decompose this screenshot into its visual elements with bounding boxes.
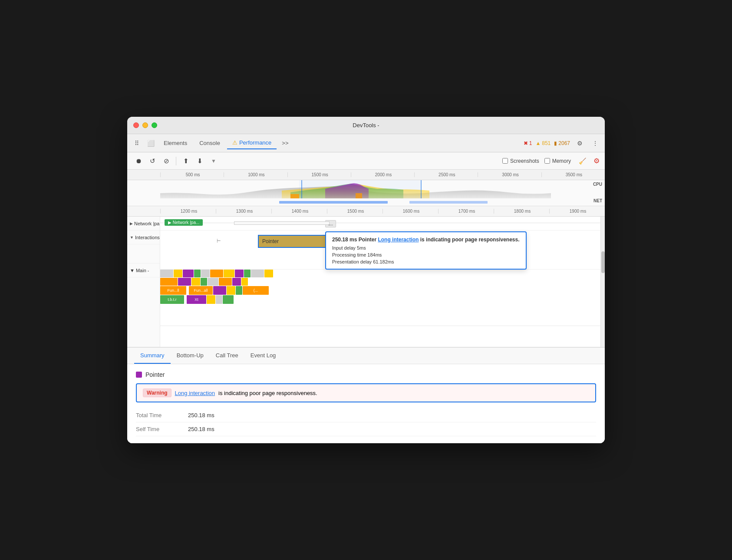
ruler-mark-1200: 1200 ms [160, 209, 216, 214]
flame-block-orange-2[interactable] [160, 278, 178, 286]
clean-button[interactable]: 🧹 [576, 155, 588, 167]
network-expand-icon[interactable]: ▶ [130, 221, 133, 226]
error-badge[interactable]: ✖ 1 [524, 140, 532, 146]
interactions-row: ⊢ Pointer 250.18 ms Pointer [160, 231, 605, 270]
ruler-mark-1300: 1300 ms [216, 209, 271, 214]
warning-message: is indicating poor page responsiveness. [218, 390, 317, 396]
close-button[interactable] [133, 122, 139, 128]
interactions-label-row: ▼ Interactions [127, 231, 160, 244]
screenshots-input[interactable] [502, 158, 508, 164]
tooltip-time: 250.18 ms [332, 237, 357, 243]
more-options-icon[interactable]: ⋮ [589, 137, 601, 149]
download-button[interactable]: ⬇ [194, 155, 206, 167]
svg-rect-2 [299, 180, 421, 198]
flame-block-tbtr[interactable]: t.b.t.r [160, 295, 184, 304]
cpu-net-area[interactable]: CPU NET [127, 180, 605, 206]
flame-block-dots[interactable]: (... [243, 286, 269, 295]
flame-block-green-2[interactable] [244, 270, 251, 277]
screenshots-checkbox[interactable]: Screenshots [502, 158, 539, 164]
flame-block-gray-2[interactable] [201, 270, 210, 277]
flame-gap [187, 286, 188, 295]
flame-block-yellow-5[interactable] [241, 278, 248, 286]
reload-button[interactable]: ↺ [146, 155, 158, 167]
main-label: ▼ Main - [130, 268, 149, 273]
flame-block-green-5[interactable] [223, 295, 234, 304]
flame-block-purple-2[interactable] [235, 270, 244, 277]
flame-block-gray-5[interactable] [216, 295, 222, 304]
clear-button[interactable]: ⊘ [160, 155, 172, 167]
upload-button[interactable]: ⬆ [180, 155, 192, 167]
flame-block-orange-1[interactable] [210, 270, 223, 277]
flame-block-yellow-2[interactable] [224, 270, 234, 277]
timeline-labels: ▶ Network |pa... ▼ Interactions ▼ Main - [127, 217, 160, 347]
cpu-chart [160, 180, 551, 198]
svg-rect-0 [290, 194, 299, 198]
warning-badge[interactable]: ▲ 851 [535, 140, 551, 146]
flame-block-yellow-1[interactable] [174, 270, 182, 277]
title-bar: DevTools - [127, 117, 605, 134]
warning-box: Warning Long interaction is indicating p… [136, 383, 596, 402]
summary-header: Pointer [136, 371, 596, 378]
tab-bar: ⠿ ⬜ Elements Console ⚠Performance >> ✖ 1… [127, 134, 605, 152]
flame-block-green-4[interactable] [236, 286, 242, 295]
device-icon[interactable]: ⬜ [145, 137, 157, 149]
flame-block-gray-4[interactable] [208, 278, 218, 286]
flame-block-purple-5[interactable] [213, 286, 226, 295]
main-flame-chart[interactable]: Fun...ll Fun...all (... t.b.t.r Xt [160, 270, 605, 326]
tab-console[interactable]: Console [194, 137, 225, 149]
memory-input[interactable] [544, 158, 550, 164]
flame-block-purple-4[interactable] [232, 278, 241, 286]
tooltip-link[interactable]: Long interaction [378, 237, 419, 243]
timeline-scrollbar[interactable] [600, 217, 605, 347]
tab-more[interactable]: >> [278, 138, 292, 148]
flame-block-yellow-3[interactable] [264, 270, 273, 277]
timeline-ruler-overview: 500 ms 1000 ms 1500 ms 2000 ms 2500 ms 3… [127, 170, 605, 180]
minimize-button[interactable] [142, 122, 148, 128]
interactions-expand-icon[interactable]: ▼ [130, 235, 134, 240]
tooltip-warning[interactable]: Long interaction [378, 237, 420, 243]
error-icon: ✖ [524, 140, 528, 146]
interaction-tooltip: 250.18 ms Pointer Long interaction is in… [325, 231, 527, 270]
maximize-button[interactable] [152, 122, 157, 128]
flame-block-gray-3[interactable] [251, 270, 264, 277]
flame-block-gray-1[interactable] [160, 270, 173, 277]
network-label-row: ▶ Network |pa... [127, 217, 160, 231]
network-chip[interactable]: ▶ Network |pa... [165, 219, 203, 226]
flame-block-yellow-6[interactable] [227, 286, 235, 295]
timeline-ruler-detail: 1200 ms 1300 ms 1400 ms 1500 ms 1600 ms … [127, 206, 605, 217]
flame-block-fun1[interactable]: Fun...ll [160, 286, 186, 295]
tab-event-log[interactable]: Event Log [244, 348, 282, 364]
flame-block-fun2[interactable]: Fun...all [189, 286, 213, 295]
flame-block-purple-3[interactable] [178, 278, 191, 286]
inspector-icon[interactable]: ⠿ [131, 137, 143, 149]
warning-link[interactable]: Long interaction [175, 390, 215, 396]
flame-block-orange-3[interactable] [219, 278, 232, 286]
flame-block-purple-1[interactable] [183, 270, 194, 277]
network-label: Network |pa... [134, 221, 160, 226]
scrollbar-thumb[interactable] [601, 251, 605, 273]
settings-icon[interactable]: ⚙ [574, 137, 586, 149]
tab-summary[interactable]: Summary [134, 348, 171, 364]
flame-block-green-3[interactable] [201, 278, 207, 286]
info-badge[interactable]: ▮ 2067 [554, 140, 570, 146]
timeline-content[interactable]: ▶ Network |pa... t... ⊢ Pointer 25 [160, 217, 605, 347]
flame-block-green-1[interactable] [194, 270, 201, 277]
memory-checkbox[interactable]: Memory [544, 158, 571, 164]
dropdown-button[interactable]: ▼ [208, 155, 220, 167]
input-delay-label: Input delay [332, 245, 356, 250]
performance-warning-icon: ⚠ [232, 139, 237, 146]
network-baseline [160, 223, 605, 223]
total-time-row: Total Time 250.18 ms [136, 408, 596, 422]
flame-block-yellow-7[interactable] [207, 295, 215, 304]
settings-gear-icon[interactable]: ⚙ [594, 157, 600, 165]
tab-bottom-up[interactable]: Bottom-Up [171, 348, 210, 364]
presentation-delay-value: 61.182ms [373, 259, 394, 264]
tab-elements[interactable]: Elements [158, 137, 192, 149]
tab-performance[interactable]: ⚠Performance [227, 137, 277, 149]
flame-block-xt[interactable]: Xt [187, 295, 206, 304]
self-time-row: Self Time 250.18 ms [136, 422, 596, 436]
flame-block-yellow-4[interactable] [191, 278, 200, 286]
record-button[interactable]: ⏺ [132, 155, 145, 167]
tab-call-tree[interactable]: Call Tree [210, 348, 244, 364]
warning-label: Warning [143, 389, 171, 397]
